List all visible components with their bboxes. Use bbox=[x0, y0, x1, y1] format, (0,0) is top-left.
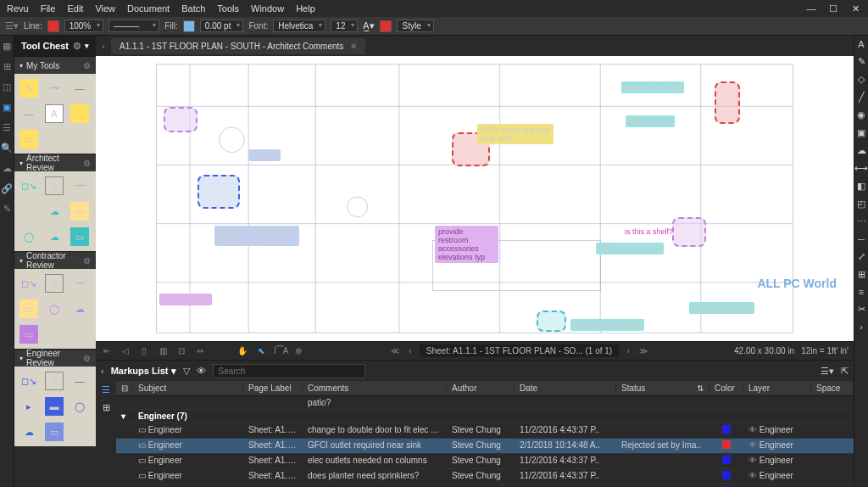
line-tool-icon[interactable]: ╱ bbox=[859, 92, 865, 103]
rect-tool[interactable]: ▭ bbox=[70, 227, 89, 246]
line-tool[interactable]: — bbox=[70, 372, 89, 390]
more-icon[interactable]: ⋯ bbox=[857, 216, 866, 227]
markup-cloud[interactable] bbox=[672, 217, 706, 247]
properties-icon[interactable]: ☰ bbox=[0, 120, 14, 134]
tab-prev-icon[interactable]: ‹ bbox=[96, 41, 111, 51]
style-dropdown[interactable]: Style bbox=[397, 20, 433, 32]
expand-icon[interactable]: ⤢ bbox=[858, 251, 865, 262]
section-architect[interactable]: Architect Review⚙ bbox=[14, 154, 96, 171]
shapes-icon[interactable]: ◇ bbox=[858, 74, 865, 85]
minimize-icon[interactable]: — bbox=[805, 3, 817, 14]
stamp-tool[interactable]: ◯ bbox=[45, 299, 64, 318]
export-icon[interactable]: ⇱ bbox=[841, 366, 849, 377]
expand-col[interactable]: ⊟ bbox=[116, 381, 133, 395]
text-select-icon[interactable]: I⁀A bbox=[274, 346, 286, 355]
pen-tool[interactable]: ✎ bbox=[19, 79, 38, 98]
edit-icon[interactable]: ✂ bbox=[858, 304, 865, 315]
cloud-icon[interactable]: ☁ bbox=[857, 145, 866, 156]
arrow-tool[interactable]: ↗ bbox=[19, 202, 38, 221]
measure-icon[interactable]: ⟷ bbox=[854, 163, 868, 174]
callout-ada[interactable]: verify ADA access bbox=[596, 243, 664, 255]
callout-tool[interactable]: ◻↘ bbox=[19, 176, 38, 195]
gear-icon[interactable]: ⚙ bbox=[73, 41, 81, 52]
bookmarks-icon[interactable]: ◫ bbox=[0, 80, 14, 93]
section-contractor[interactable]: Contractor Review⚙ bbox=[14, 252, 96, 269]
font-size-dropdown[interactable]: 12 bbox=[331, 20, 358, 32]
toolchest-header[interactable]: Tool Chest ⚙ bbox=[14, 36, 96, 56]
pan-icon[interactable]: ✋ bbox=[236, 346, 248, 355]
maximize-icon[interactable]: ☐ bbox=[827, 3, 839, 14]
sheet-indicator[interactable]: Sheet: A1.1.1 - 1ST FLOOR PLAN - SO... (… bbox=[420, 344, 619, 357]
textbox-tool[interactable]: A bbox=[45, 274, 64, 293]
col-status[interactable]: Status⇅ bbox=[616, 381, 709, 395]
fit-page-icon[interactable]: ⊡ bbox=[175, 346, 187, 355]
menu-help[interactable]: Help bbox=[296, 3, 315, 14]
callout-restroom[interactable]: provide restroom accessories elevations … bbox=[435, 226, 498, 263]
note-tool[interactable]: ▭ bbox=[70, 202, 89, 221]
text-tool-icon[interactable]: A bbox=[858, 39, 864, 49]
align-icon[interactable]: ≡ bbox=[859, 287, 864, 297]
gear-icon[interactable]: ⚙ bbox=[83, 61, 91, 70]
note-tool[interactable]: ▭ bbox=[19, 299, 38, 318]
highlight-tool[interactable]: 〰 bbox=[45, 79, 64, 98]
font-dropdown[interactable]: Helvetica bbox=[273, 20, 326, 32]
callout-badge[interactable]: add badge scann bbox=[689, 302, 754, 314]
markup-cloud[interactable] bbox=[198, 175, 240, 209]
menu-document[interactable]: Document bbox=[127, 3, 170, 14]
stamp-tool[interactable]: ◯ bbox=[19, 227, 38, 246]
select-icon[interactable]: ⬉ bbox=[255, 346, 267, 355]
close-icon[interactable]: ✕ bbox=[849, 3, 861, 14]
image-icon[interactable]: ▣ bbox=[857, 127, 865, 138]
text-format-icon[interactable]: A̲▾ bbox=[363, 20, 375, 31]
table-row[interactable]: ▭ EngineerSheet: A1.1.1 -..elec outlets … bbox=[116, 454, 854, 469]
menu-view[interactable]: View bbox=[95, 3, 115, 14]
columns-icon[interactable]: ☰▾ bbox=[821, 366, 834, 377]
links-icon[interactable]: 🔗 bbox=[0, 182, 14, 195]
pen-tool-icon[interactable]: ✎ bbox=[858, 56, 865, 67]
list-icon[interactable]: ☰ bbox=[102, 384, 110, 395]
search-icon[interactable]: 🔍 bbox=[0, 141, 14, 154]
col-subject[interactable]: Subject bbox=[133, 381, 243, 395]
drawing-canvas[interactable]: remove change to double door to fit elec… bbox=[96, 56, 854, 341]
gear-icon[interactable]: ⚙ bbox=[83, 354, 91, 363]
callout-gfci[interactable]: GFCI outlet required near sink bbox=[477, 124, 554, 144]
forms-icon[interactable]: ✎ bbox=[0, 202, 14, 216]
arrow-tool[interactable]: ▸ bbox=[19, 397, 38, 416]
rect-tool[interactable]: ▭ bbox=[19, 325, 38, 344]
line-color-swatch[interactable] bbox=[47, 20, 59, 32]
col-comments[interactable]: Comments bbox=[303, 381, 447, 395]
stamp-tool[interactable]: ◯ bbox=[70, 397, 89, 416]
cloud-tool-2[interactable]: ☁ bbox=[45, 227, 64, 246]
menu-batch[interactable]: Batch bbox=[181, 3, 205, 14]
sheet-last-icon[interactable]: ≫ bbox=[637, 346, 649, 355]
highlight-tool[interactable]: 〰 bbox=[70, 176, 89, 195]
callout-icon[interactable]: ◰ bbox=[857, 199, 865, 210]
callout-tool[interactable]: ◻↘ bbox=[19, 372, 38, 390]
callout-lockers[interactable]: label lockers bbox=[626, 115, 675, 127]
fit-width-icon[interactable]: ⇔ bbox=[194, 346, 206, 355]
markup-cloud[interactable] bbox=[715, 81, 740, 124]
markup-cloud[interactable] bbox=[164, 107, 198, 132]
col-space[interactable]: Space bbox=[811, 381, 854, 395]
gear-icon[interactable]: ⚙ bbox=[83, 159, 91, 168]
markups-search-input[interactable] bbox=[213, 364, 365, 378]
col-color[interactable]: Color bbox=[709, 381, 743, 395]
cloud-tool[interactable]: ☁ bbox=[70, 299, 89, 318]
gear-icon[interactable]: ⚙ bbox=[83, 256, 91, 266]
rect-tool[interactable]: ▬ bbox=[45, 397, 64, 416]
menu-revu[interactable]: Revu bbox=[7, 3, 29, 14]
callout-remove[interactable]: remove bbox=[248, 149, 281, 161]
cloud-tool[interactable]: ☁ bbox=[45, 202, 64, 221]
rect-tool-2[interactable]: ▭ bbox=[45, 423, 64, 441]
section-engineer[interactable]: Engineer Review⚙ bbox=[14, 350, 96, 367]
manage-icon[interactable]: ⊞ bbox=[103, 402, 110, 413]
chevron-right-icon[interactable]: › bbox=[860, 322, 863, 332]
table-row[interactable]: patio? bbox=[116, 396, 854, 410]
eraser-icon[interactable]: ◧ bbox=[857, 181, 865, 192]
col-layer[interactable]: Layer bbox=[743, 381, 811, 395]
col-date[interactable]: Date bbox=[515, 381, 616, 395]
filter-icon[interactable]: ▽ bbox=[183, 366, 190, 377]
section-my-tools[interactable]: My Tools⚙ bbox=[14, 57, 96, 74]
menu-window[interactable]: Window bbox=[251, 3, 284, 14]
zoom-icon[interactable]: ⊕ bbox=[292, 346, 304, 355]
